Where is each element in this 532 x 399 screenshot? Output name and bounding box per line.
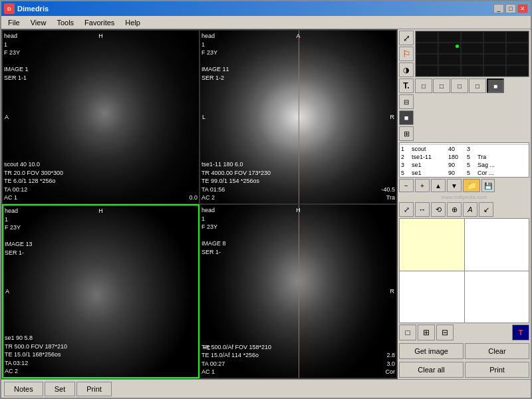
set-button[interactable]: Set	[45, 382, 76, 396]
action-row-1: Get image Clear	[398, 342, 531, 360]
compose-cell-2[interactable]	[465, 219, 529, 271]
nav-minus[interactable]: −	[399, 179, 414, 192]
menu-help[interactable]: Help	[120, 17, 146, 28]
tool-arrows[interactable]: ↔	[415, 202, 430, 217]
nav-down[interactable]: ▼	[447, 179, 462, 192]
thumb-cell	[438, 54, 461, 65]
tool-rotate[interactable]: ⟲	[431, 202, 446, 217]
text-tool-icon[interactable]: T.	[399, 78, 414, 93]
grid-tool-icon[interactable]: ⊟	[399, 94, 414, 109]
series-row-1[interactable]: 1scout403	[400, 145, 529, 153]
thumb-cell	[416, 54, 438, 65]
print-right-button[interactable]: Print	[465, 362, 529, 378]
menubar: File View Tools Favorites Help	[1, 16, 531, 29]
image-grid: head 1 F 23Y IMAGE 1 SER 1-1 H A scout 4…	[1, 29, 398, 379]
clear-button[interactable]: Clear	[465, 343, 529, 359]
side-tool-row: ⤢ ↔ ⟲ ⊕ A ↙	[398, 201, 531, 218]
series-list: 1scout403 2tse1-111805Tra 3se1905Sag ...…	[399, 142, 529, 178]
title-controls: _ □ ✕	[493, 4, 528, 13]
quad-icon[interactable]: ⊞	[399, 126, 414, 141]
main-content: head 1 F 23Y IMAGE 1 SER 1-1 H A scout 4…	[1, 29, 531, 379]
thumb-cell	[461, 43, 483, 54]
maximize-button[interactable]: □	[505, 4, 516, 13]
mri-image-3	[3, 205, 198, 377]
thumb-cell	[416, 65, 438, 76]
thumb-cell	[416, 43, 438, 54]
title-bar: D Dimedris _ □ ✕	[1, 1, 531, 16]
view-mode-buttons: □ □ □ □ ■	[415, 78, 529, 94]
thumb-cell	[438, 65, 461, 76]
thumb-cell	[483, 65, 506, 76]
series-row-2[interactable]: 2tse1-111805Tra	[400, 153, 529, 161]
bottom-bar: Notes Set Print	[1, 379, 531, 398]
window-title: Dimedris	[17, 5, 49, 13]
compose-cell-4[interactable]	[465, 271, 529, 323]
notes-button[interactable]: Notes	[4, 382, 43, 396]
thumb-cell	[506, 54, 529, 65]
contrast-icon[interactable]: ◑	[399, 63, 414, 77]
thumb-cell	[461, 65, 483, 76]
get-image-button[interactable]: Get image	[399, 343, 464, 359]
thumb-cell	[483, 43, 506, 54]
view-btn-5[interactable]: ■	[487, 78, 504, 93]
tool-cursor[interactable]: ↙	[479, 202, 493, 217]
menu-favorites[interactable]: Favorites	[79, 17, 120, 28]
series-row-5[interactable]: 5se1905Cor ...	[400, 169, 529, 177]
thumbnail-grid[interactable]	[415, 31, 529, 77]
expand-icon[interactable]: ⤢	[399, 31, 414, 45]
tool-letter-a[interactable]: A	[463, 202, 477, 217]
mri-image-4	[200, 205, 396, 378]
thumb-cell	[506, 43, 529, 54]
compose-cell-1[interactable]	[400, 219, 464, 271]
thumb-cell	[416, 31, 438, 43]
watermark: www.softpedia.com	[398, 194, 531, 201]
action-row-2: Clear all Print	[398, 360, 531, 379]
thumb-cell	[438, 31, 461, 43]
thumb-cell	[461, 54, 483, 65]
thumb-cell	[506, 65, 529, 76]
clear-all-button[interactable]: Clear all	[399, 362, 464, 378]
series-row-3[interactable]: 3se1905Sag ...	[400, 161, 529, 169]
panel-sagittal-2[interactable]: head 1 F 23Y IMAGE 13 SER 1- H A se1 90 …	[2, 204, 200, 378]
thumb-cell-active	[438, 43, 461, 54]
menu-file[interactable]: File	[3, 17, 25, 28]
tool-circle[interactable]: ⊕	[447, 202, 462, 217]
compose-area	[399, 218, 529, 323]
rect-tool[interactable]: □	[399, 325, 416, 340]
view-btn-3[interactable]: □	[451, 78, 468, 93]
nav-up[interactable]: ▲	[431, 179, 446, 192]
panel-coronal[interactable]: head 1 F 23Y IMAGE 8 SER 1- H R +C TR 50…	[200, 204, 397, 378]
menu-tools[interactable]: Tools	[51, 17, 79, 28]
thumb-cell	[506, 31, 529, 43]
view-btn-2[interactable]: □	[433, 78, 450, 93]
square-icon[interactable]: ■	[399, 110, 414, 125]
text-overlay-tool[interactable]: T	[512, 325, 529, 340]
thumb-cell	[483, 31, 506, 43]
grid-tool[interactable]: ⊞	[418, 325, 435, 340]
folder-button[interactable]: 📁	[463, 179, 480, 192]
left-icon-tools: ⤢ ⚐ ◑ T. ⊟ ■ ⊞	[399, 31, 414, 141]
thumbnail-cells	[416, 31, 529, 76]
shape-tool-row: □ ⊞ ⊟ T	[398, 323, 531, 342]
right-panel: ⤢ ⚐ ◑ T. ⊟ ■ ⊞	[398, 29, 531, 379]
thumbnail-section: □ □ □ □ ■	[415, 31, 529, 94]
panel-axial[interactable]: head 1 F 23Y IMAGE 11 SER 1-2 A L R tse1…	[200, 30, 397, 204]
flag-icon[interactable]: ⚐	[399, 47, 414, 61]
grid-small-tool[interactable]: ⊟	[436, 325, 454, 340]
mri-image-2	[200, 31, 396, 203]
print-bottom-button[interactable]: Print	[76, 382, 112, 396]
tool-expand[interactable]: ⤢	[399, 202, 414, 217]
minimize-button[interactable]: _	[493, 4, 504, 13]
compose-cell-3[interactable]	[400, 271, 464, 323]
menu-view[interactable]: View	[25, 17, 52, 28]
view-btn-1[interactable]: □	[415, 78, 432, 93]
save-btn[interactable]: 💾	[481, 179, 495, 192]
app-icon: D	[4, 3, 15, 14]
view-btn-4[interactable]: □	[469, 78, 486, 93]
nav-plus[interactable]: +	[415, 179, 430, 192]
top-section: ⤢ ⚐ ◑ T. ⊟ ■ ⊞	[398, 29, 531, 142]
thumb-cell	[461, 31, 483, 43]
nav-controls: − + ▲ ▼ 📁 💾	[398, 178, 531, 194]
panel-sagittal-1[interactable]: head 1 F 23Y IMAGE 1 SER 1-1 H A scout 4…	[2, 30, 200, 204]
close-button[interactable]: ✕	[517, 4, 528, 13]
